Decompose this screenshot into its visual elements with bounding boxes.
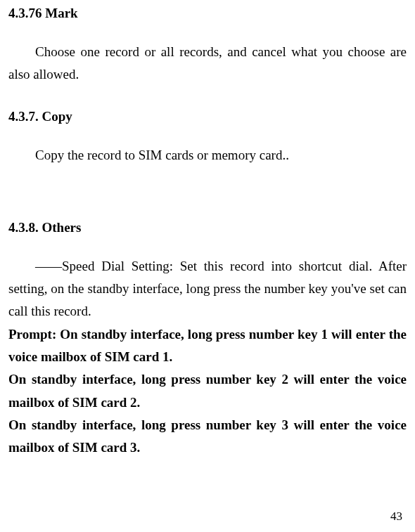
- section-body-copy: Copy the record to SIM cards or memory c…: [8, 144, 407, 167]
- section-heading-mark: 4.3.76 Mark: [8, 6, 407, 21]
- section-heading-others: 4.3.8. Others: [8, 220, 407, 235]
- section-body-others-prompt2: On standby interface, long press number …: [8, 368, 407, 414]
- page-number: 43: [390, 510, 402, 524]
- section-body-mark: Choose one record or all records, and ca…: [8, 41, 407, 86]
- section-body-others-speed-dial: ――Speed Dial Setting: Set this record in…: [8, 255, 407, 323]
- section-heading-copy: 4.3.7. Copy: [8, 109, 407, 124]
- section-body-others-prompt3: On standby interface, long press number …: [8, 414, 407, 460]
- section-body-others-prompt1: Prompt: On standby interface, long press…: [8, 323, 407, 369]
